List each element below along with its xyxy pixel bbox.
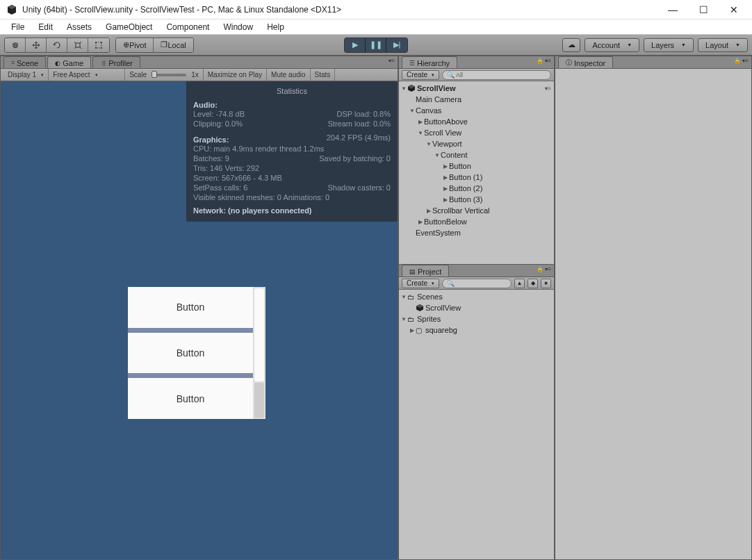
hierarchy-item[interactable]: ▼Scroll View (399, 127, 554, 138)
svg-rect-3 (96, 42, 101, 48)
project-create-button[interactable]: Create▾ (402, 279, 439, 288)
maximize-on-play-toggle[interactable]: Maximize on Play (204, 69, 267, 81)
menu-assets[interactable]: Assets (60, 21, 99, 33)
scene-menu-icon[interactable]: ▾≡ (545, 85, 551, 92)
tab-profiler[interactable]: ⧛Profiler (92, 56, 140, 68)
stats-toggle[interactable]: Stats (311, 69, 336, 81)
layout-label: Layout (705, 41, 728, 49)
unity-scene-icon (407, 84, 417, 92)
tab-inspector[interactable]: ⓘInspector (558, 56, 613, 68)
pivot-label: Pivot (129, 41, 146, 49)
svg-rect-2 (76, 43, 80, 47)
game-ui-button[interactable]: Button (128, 287, 253, 328)
hierarchy-item[interactable]: ▶Scrollbar Vertical (399, 205, 554, 216)
game-ui-button[interactable]: Button (128, 378, 253, 419)
tab-inspector-label: Inspector (574, 59, 605, 67)
game-icon: ◐ (55, 60, 60, 67)
stats-audio-header: Audio: (193, 101, 391, 109)
rect-tool-button[interactable] (88, 38, 109, 52)
maximize-button[interactable]: ☐ (688, 0, 719, 19)
hierarchy-item[interactable]: ▶ButtonAbove (399, 116, 554, 127)
unity-asset-icon (416, 304, 425, 312)
tab-hierarchy[interactable]: ☰Hierarchy (402, 56, 457, 68)
account-dropdown[interactable]: Account▼ (585, 38, 639, 52)
hand-tool-button[interactable] (5, 38, 26, 52)
scrollbar-thumb[interactable] (254, 288, 264, 381)
menu-edit[interactable]: Edit (31, 21, 60, 33)
folder-icon: 🗀 (407, 293, 417, 301)
project-item[interactable]: ▶▢squarebg (399, 324, 554, 336)
menu-help[interactable]: Help (260, 21, 291, 33)
hierarchy-item[interactable]: ▼Viewport (399, 138, 554, 149)
game-ui-scrollbar[interactable] (253, 287, 265, 419)
menu-window[interactable]: Window (216, 21, 260, 33)
hierarchy-scene-row[interactable]: ▼ ScrollView ▾≡ (399, 83, 554, 94)
tab-game[interactable]: ◐Game (47, 56, 91, 68)
hierarchy-item[interactable]: Main Camera (399, 94, 554, 105)
rotate-tool-button[interactable] (47, 38, 67, 52)
project-item[interactable]: ▼🗀Scenes (399, 291, 554, 302)
layout-dropdown[interactable]: Layout▼ (698, 38, 748, 52)
panel-menu-icon[interactable]: 🔒 ▾≡ (537, 266, 551, 272)
minimize-button[interactable]: — (657, 0, 688, 19)
game-ui-button[interactable]: Button (128, 333, 253, 374)
project-item[interactable]: ▼🗀Sprites (399, 313, 554, 324)
hierarchy-item[interactable]: ▶Button (1) (399, 172, 554, 183)
layers-dropdown[interactable]: Layers▼ (644, 38, 694, 52)
close-button[interactable]: ✕ (719, 0, 749, 19)
save-search-button[interactable]: ★ (541, 279, 551, 288)
project-item[interactable]: ScrollView (399, 302, 554, 313)
menu-gameobject[interactable]: GameObject (99, 21, 159, 33)
game-view[interactable]: Statistics Audio: Level: -74.8 dBDSP loa… (1, 81, 398, 559)
folder-icon: 🗀 (407, 315, 417, 323)
hierarchy-item[interactable]: ▶Button (3) (399, 194, 554, 205)
tab-hierarchy-label: Hierarchy (417, 59, 450, 67)
scrollbar-track[interactable] (254, 383, 264, 418)
aspect-dropdown[interactable]: Free Aspect▾ (49, 69, 125, 81)
hierarchy-create-button[interactable]: Create▾ (402, 70, 439, 80)
sprite-icon: ▢ (416, 327, 425, 334)
hierarchy-item[interactable]: ▼Content (399, 149, 554, 160)
project-icon: ▤ (409, 268, 416, 275)
hierarchy-item[interactable]: ▶Button (2) (399, 183, 554, 194)
hierarchy-item[interactable]: EventSystem (399, 227, 554, 238)
display-dropdown[interactable]: Display 1▾ (3, 69, 49, 81)
pause-button[interactable]: ❚❚ (366, 38, 386, 52)
window-titlebar: Unity (64bit) - ScrollView.unity - Scrol… (0, 0, 752, 19)
scale-slider[interactable]: Scale1x (125, 69, 204, 81)
menu-component[interactable]: Component (159, 21, 216, 33)
pivot-toggle[interactable]: ⊕ Pivot (116, 38, 154, 52)
svg-point-7 (101, 47, 102, 49)
inspector-panel: ⓘInspector 🔒 ▾≡ (555, 56, 752, 560)
game-scroll-view: Button Button Button (128, 287, 265, 419)
hierarchy-tree[interactable]: ▼ ScrollView ▾≡ Main Camera▼Canvas▶Butto… (399, 81, 554, 264)
project-tree[interactable]: ▼🗀ScenesScrollView▼🗀Sprites▶▢squarebg (399, 290, 554, 559)
tab-game-label: Game (63, 59, 83, 67)
scale-tool-button[interactable] (67, 38, 88, 52)
filter-type-button[interactable]: ▲ (514, 279, 525, 288)
local-toggle[interactable]: ❒ Local (154, 38, 193, 52)
account-label: Account (592, 41, 620, 49)
hierarchy-search-input[interactable]: 🔍All (442, 70, 551, 80)
hierarchy-item[interactable]: ▶ButtonBelow (399, 216, 554, 227)
inspector-icon: ⓘ (566, 58, 572, 67)
tab-scene[interactable]: ⌗Scene (3, 56, 46, 68)
mute-audio-toggle[interactable]: Mute audio (267, 69, 310, 81)
menu-file[interactable]: File (4, 21, 31, 33)
move-tool-button[interactable] (26, 38, 47, 52)
panel-menu-icon[interactable]: 🔒 ▾≡ (537, 58, 551, 64)
hierarchy-item[interactable]: ▶Button (399, 160, 554, 172)
play-button[interactable]: ▶ (345, 38, 366, 52)
inspector-body (555, 69, 751, 559)
step-button[interactable]: ▶| (386, 38, 407, 52)
filter-label-button[interactable]: ◆ (528, 279, 538, 288)
project-search-input[interactable]: 🔍 (442, 279, 512, 288)
unity-logo-icon (6, 3, 18, 16)
hierarchy-item[interactable]: ▼Canvas (399, 105, 554, 116)
cloud-button[interactable]: ☁ (562, 38, 580, 52)
tab-project[interactable]: ▤Project (402, 265, 449, 277)
panel-menu-icon[interactable]: 🔒 ▾≡ (734, 58, 749, 64)
stats-title: Statistics (193, 85, 391, 98)
profiler-icon: ⧛ (100, 60, 106, 67)
panel-menu-icon[interactable]: ▾≡ (389, 58, 395, 64)
